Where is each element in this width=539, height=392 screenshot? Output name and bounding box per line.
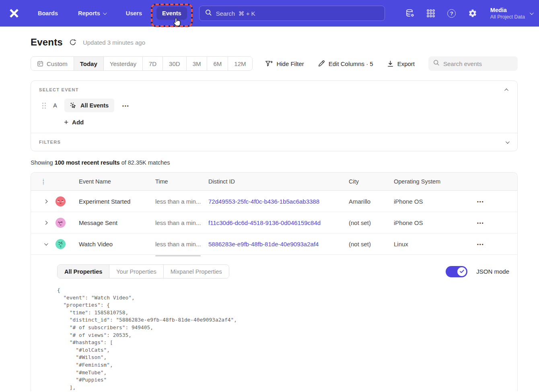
cell-city: (not set) [349, 219, 394, 226]
search-icon [205, 9, 212, 18]
nav-right-icons: Media All Project Data [405, 6, 533, 20]
cell-os: iPhone OS [394, 198, 469, 205]
refresh-button[interactable] [69, 39, 76, 46]
add-event-button[interactable]: Add [64, 119, 84, 126]
tab-all-properties[interactable]: All Properties [58, 265, 109, 278]
cell-distinct-id-link[interactable]: 72d49553-25fc-4f0c-b436-1b5ac6ab3388 [208, 198, 349, 205]
events-table: ↓↑ Event Name Time Distinct ID City Oper… [31, 172, 518, 391]
tab-your-properties[interactable]: Your Properties [109, 265, 163, 278]
query-builder-card: SELECT EVENT A All Events Add FILTERS [31, 80, 518, 151]
row-expand-chevron-right-icon[interactable] [42, 219, 49, 226]
cell-time: less than a min... [155, 198, 208, 205]
date-range-7d[interactable]: 7D [143, 57, 163, 70]
collapse-section-chevron-up-icon[interactable] [504, 88, 508, 92]
row-more-options-button[interactable] [469, 198, 517, 205]
event-selector-label: All Events [80, 102, 109, 109]
search-events-box[interactable] [428, 56, 518, 71]
event-avatar [55, 217, 66, 228]
step-letter: A [52, 102, 58, 109]
column-header-event-name[interactable]: Event Name [79, 178, 155, 185]
row-more-options-button[interactable] [469, 219, 517, 226]
results-prefix: Showing [31, 159, 55, 166]
nav-item-events[interactable]: Events [156, 7, 187, 20]
column-header-distinct-id[interactable]: Distinct ID [208, 178, 349, 185]
global-search[interactable] [199, 6, 385, 21]
filters-label: FILTERS [39, 140, 61, 144]
column-header-city[interactable]: City [349, 178, 394, 185]
table-row-expanded: Watch Video less than a min... 5886283e-… [31, 233, 517, 255]
cell-os: Linux [394, 241, 469, 248]
nav-item-users[interactable]: Users [120, 7, 148, 20]
nav-item-boards[interactable]: Boards [32, 7, 64, 20]
data-management-icon[interactable] [405, 8, 415, 18]
settings-gear-icon[interactable] [468, 8, 477, 18]
plus-icon [64, 120, 68, 125]
json-mode-toggle[interactable] [446, 266, 467, 277]
date-range-12m[interactable]: 12M [228, 57, 252, 70]
chevron-down-icon [103, 11, 107, 15]
date-range-3m[interactable]: 3M [187, 57, 208, 70]
search-icon [433, 60, 440, 68]
filters-section-header[interactable]: FILTERS [31, 133, 517, 151]
calendar-icon [37, 60, 43, 67]
help-icon[interactable] [447, 8, 457, 18]
drag-handle[interactable] [42, 103, 46, 109]
nav-item-events-wrapper: Events [156, 7, 187, 20]
cell-os: iPhone OS [394, 219, 469, 226]
sparkle-cursor-icon [70, 102, 77, 109]
date-range-today[interactable]: Today [74, 57, 104, 70]
project-name: Media [490, 6, 525, 14]
results-summary: Showing 100 most recent results of 82.35… [31, 159, 518, 166]
date-range-6m[interactable]: 6M [207, 57, 228, 70]
main-content: Events Updated 3 minutes ago Custom Toda… [0, 36, 539, 391]
tab-mixpanel-properties[interactable]: Mixpanel Properties [164, 265, 229, 278]
cell-event-name: Watch Video [79, 241, 155, 248]
event-selector-button[interactable]: All Events [64, 99, 114, 112]
cell-distinct-id-link[interactable]: f11c30d6-dc6d-4518-9136-0d046159c84d [208, 219, 349, 226]
select-event-label: SELECT EVENT [39, 87, 79, 92]
top-nav: Boards Reports Users Events [0, 0, 539, 27]
table-row: Message Sent less than a min... f11c30d6… [31, 212, 517, 233]
hide-filter-label: Hide Filter [276, 60, 304, 67]
date-range-selector: Custom Today Yesterday 7D 30D 3M 6M 12M [31, 56, 253, 71]
collapse-expand-all-icon[interactable]: ↓↑ [31, 178, 45, 185]
hide-filter-button[interactable]: Hide Filter [265, 60, 304, 67]
date-range-custom[interactable]: Custom [31, 57, 74, 70]
global-search-input[interactable] [216, 10, 379, 17]
page-title: Events [31, 37, 63, 48]
updated-timestamp: Updated 3 minutes ago [83, 39, 145, 46]
column-header-os[interactable]: Operating System [394, 178, 469, 185]
pencil-icon [318, 60, 325, 67]
row-more-options-button[interactable] [469, 240, 517, 248]
cell-time: less than a min... [155, 241, 208, 248]
cell-city: Amarillo [349, 198, 394, 205]
event-json-viewer[interactable]: { "event": "Watch Video", "properties": … [57, 287, 509, 391]
date-range-30d[interactable]: 30D [163, 57, 187, 70]
date-range-custom-label: Custom [47, 60, 68, 67]
table-header-row: ↓↑ Event Name Time Distinct ID City Oper… [31, 173, 517, 191]
edit-columns-label: Edit Columns · 5 [329, 60, 373, 67]
add-event-label: Add [72, 119, 84, 126]
row-expand-chevron-right-icon[interactable] [42, 198, 49, 204]
row-collapse-chevron-down-icon[interactable] [42, 241, 49, 247]
results-highlight: 100 most recent results [55, 159, 120, 166]
horizontal-scrollbar-thumb[interactable] [155, 255, 201, 256]
edit-columns-button[interactable]: Edit Columns · 5 [318, 60, 373, 67]
date-range-yesterday[interactable]: Yesterday [104, 57, 143, 70]
event-detail-panel: All Properties Your Properties Mixpanel … [31, 255, 517, 391]
properties-tabs: All Properties Your Properties Mixpanel … [57, 264, 229, 279]
download-icon [387, 60, 394, 67]
column-header-time[interactable]: Time [155, 178, 208, 185]
export-label: Export [397, 60, 415, 67]
project-switcher[interactable]: Media All Project Data [490, 6, 533, 20]
search-events-input[interactable] [443, 60, 523, 67]
export-button[interactable]: Export [387, 60, 415, 67]
apps-grid-icon[interactable] [426, 8, 436, 18]
mixpanel-logo-icon[interactable] [8, 7, 20, 19]
cell-distinct-id-link[interactable]: 5886283e-e9fb-48fb-81de-40e9093a2af4 [208, 241, 349, 248]
cursor-hand-icon [173, 17, 182, 29]
cell-event-name: Experiment Started [79, 198, 155, 205]
event-more-options-button[interactable] [121, 102, 131, 109]
nav-item-reports[interactable]: Reports [72, 7, 111, 20]
nav-item-reports-label: Reports [78, 10, 100, 17]
